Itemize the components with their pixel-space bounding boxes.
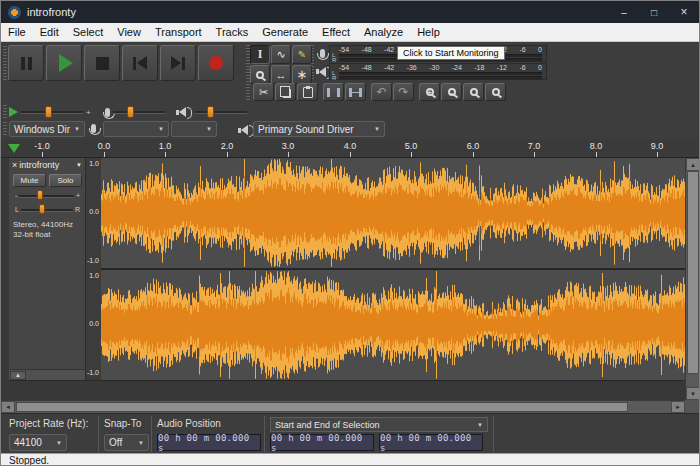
horizontal-scrollbar-thumb[interactable] — [16, 402, 628, 412]
multi-tool-button[interactable]: ∗ — [292, 65, 312, 84]
recording-channels-dropdown[interactable]: ▼ — [171, 121, 217, 137]
scroll-up-icon[interactable]: ▲ — [686, 158, 700, 171]
recording-volume-slider[interactable] — [113, 105, 165, 119]
project-rate-select[interactable]: 44100 ▼ — [9, 434, 67, 451]
zoom-out-button[interactable]: - — [441, 83, 462, 101]
waveform-display[interactable] — [101, 158, 685, 381]
draw-tool-button[interactable]: ✎ — [292, 45, 312, 64]
recording-volume-thumb[interactable] — [127, 106, 134, 118]
gain-slider-thumb[interactable] — [37, 190, 43, 200]
close-track-icon[interactable]: × — [12, 160, 17, 170]
plus-label: + — [86, 108, 91, 117]
selection-end-field[interactable]: 00 h 00 m 00.000 s — [379, 434, 483, 451]
menu-help[interactable]: Help — [410, 23, 447, 41]
zoom-selection-icon — [470, 88, 478, 96]
scroll-right-icon[interactable]: ► — [671, 401, 685, 413]
menu-view[interactable]: View — [110, 23, 148, 41]
skip-to-start-button[interactable] — [122, 45, 158, 81]
time-shift-tool-button[interactable]: ↔ — [271, 65, 291, 84]
solo-button[interactable]: Solo — [49, 174, 82, 187]
play-speed-slider[interactable] — [21, 105, 83, 119]
meter-channel-labels: LR — [332, 71, 336, 81]
recording-device-dropdown[interactable]: ▼ — [103, 121, 169, 137]
tools-toolbar: I ∿ ✎ ↔ ∗ — [250, 45, 312, 84]
chevron-down-icon: ▼ — [134, 440, 144, 446]
playback-volume-slider[interactable] — [195, 105, 247, 119]
toolbar-separator — [493, 416, 494, 452]
pause-button[interactable] — [8, 45, 44, 81]
track-area: × introfronty ▼ Mute Solo - + L R Stereo… — [1, 158, 699, 400]
menu-effect[interactable]: Effect — [315, 23, 357, 41]
track-collapse-strip: ▲ — [9, 369, 85, 380]
selection-tool-button[interactable]: I — [250, 45, 270, 64]
vertical-scale-ruler[interactable]: 1.0 0.0 -1.0 1.0 0.0 -1.0 — [86, 158, 101, 381]
menu-edit[interactable]: Edit — [33, 23, 66, 41]
play-button[interactable] — [46, 45, 82, 81]
menu-tracks[interactable]: Tracks — [209, 23, 256, 41]
collapse-track-button[interactable]: ▲ — [10, 371, 26, 380]
waveform-left-channel[interactable] — [101, 158, 685, 268]
paste-button[interactable] — [297, 83, 318, 101]
zoom-selection-button[interactable] — [463, 83, 484, 101]
silence-audio-button[interactable] — [345, 83, 366, 101]
playback-device-dropdown[interactable]: Primary Sound Driver▼ — [253, 121, 385, 137]
speaker-icon — [319, 67, 326, 77]
pan-slider[interactable]: L R — [15, 203, 80, 215]
track-menu-icon[interactable]: ▼ — [76, 162, 82, 168]
audio-position-field[interactable]: 00 h 00 m 00.000 s — [157, 434, 261, 451]
menu-select[interactable]: Select — [66, 23, 111, 41]
skip-to-start-icon — [133, 56, 147, 70]
playback-meter[interactable]: -54-48-42-36-30-24-18-12-60 LR — [315, 63, 547, 80]
pan-slider-thumb[interactable] — [39, 204, 45, 214]
selection-start-field[interactable]: 00 h 00 m 00.000 s — [270, 434, 374, 451]
track-control-panel[interactable]: × introfronty ▼ Mute Solo - + L R Stereo… — [9, 158, 86, 381]
zoom-tool-button[interactable] — [250, 65, 270, 84]
monitoring-tooltip[interactable]: Click to Start Monitoring — [397, 46, 505, 60]
microphone-icon — [91, 124, 96, 133]
menu-analyze[interactable]: Analyze — [357, 23, 410, 41]
scroll-left-icon[interactable]: ◄ — [1, 401, 15, 413]
zoom-in-button[interactable]: + — [419, 83, 440, 101]
play-speed-toolbar-grip[interactable] — [3, 105, 7, 119]
playback-volume-thumb[interactable] — [207, 106, 214, 118]
cut-button[interactable]: ✂ — [253, 83, 274, 101]
track-name[interactable]: introfronty — [19, 160, 74, 170]
close-button[interactable]: × — [669, 1, 699, 23]
horizontal-scrollbar[interactable]: ◄ ► — [1, 400, 685, 413]
gain-slider[interactable]: - + — [15, 189, 80, 201]
undo-button[interactable]: ↶ — [371, 83, 392, 101]
minimize-button[interactable]: – — [609, 1, 639, 23]
menu-generate[interactable]: Generate — [255, 23, 315, 41]
menu-transport[interactable]: Transport — [148, 23, 209, 41]
mute-button[interactable]: Mute — [13, 174, 46, 187]
paste-icon — [303, 87, 313, 98]
selection-mode-dropdown[interactable]: Start and End of Selection ▼ — [270, 417, 488, 432]
stop-button[interactable] — [84, 45, 120, 81]
vertical-scrollbar[interactable]: ▲ ▼ — [685, 158, 700, 400]
timeline-pin[interactable] — [8, 144, 20, 153]
maximize-button[interactable]: □ — [639, 1, 669, 23]
skip-to-end-button[interactable] — [160, 45, 196, 81]
transport-toolbar-grip[interactable] — [3, 46, 7, 82]
edit-toolbar-grip[interactable] — [246, 84, 250, 100]
redo-button[interactable]: ↷ — [393, 83, 414, 101]
zoom-fit-button[interactable] — [485, 83, 506, 101]
copy-button[interactable] — [275, 83, 296, 101]
vertical-scrollbar-thumb[interactable] — [687, 171, 699, 374]
trim-audio-button[interactable] — [323, 83, 344, 101]
audio-host-dropdown[interactable]: Windows Dir▼ — [9, 121, 85, 137]
gain-minus-label: - — [15, 192, 17, 199]
snap-to-select[interactable]: Off ▼ — [104, 434, 149, 451]
play-speed-slider-thumb[interactable] — [45, 106, 52, 118]
pan-right-label: R — [75, 206, 80, 213]
play-at-speed-icon[interactable] — [9, 107, 18, 117]
playback-meter-bars[interactable]: -54-48-42-36-30-24-18-12-60 LR — [329, 63, 547, 80]
zoom-in-icon: + — [426, 88, 434, 96]
waveform-right-channel[interactable] — [101, 270, 685, 380]
menu-file[interactable]: File — [1, 23, 33, 41]
scroll-down-icon[interactable]: ▼ — [686, 387, 700, 400]
record-button[interactable] — [198, 45, 234, 81]
device-toolbar-grip[interactable] — [3, 122, 7, 137]
envelope-tool-button[interactable]: ∿ — [271, 45, 291, 64]
timeline-ruler[interactable]: -1.0 0.0 1.0 2.0 3.0 4.0 5.0 6.0 7.0 8.0… — [1, 139, 699, 158]
